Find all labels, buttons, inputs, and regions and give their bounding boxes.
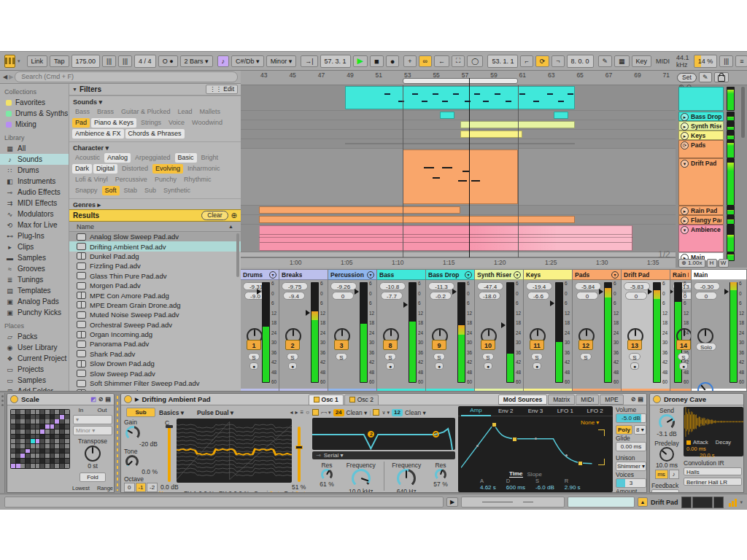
glide-value-field[interactable]: 0.00 ms [616,442,646,451]
sidebar-item-sounds[interactable]: ♪Sounds [0,154,69,165]
filter1-freq-knob[interactable] [352,469,371,488]
sidebar-item-audio-effects[interactable]: ⊸Audio Effects [0,187,69,198]
env-tab-env-2[interactable]: Env 2 [491,406,521,416]
tempo-field[interactable]: 175.00 [71,55,101,68]
result-item[interactable]: Glass Thin Pure Pad.adv [69,271,241,281]
stop-button[interactable]: ■ [370,55,384,67]
mixer-strip-drums[interactable]: Drums▾-9.31-9.060612182430364248601S● [241,270,279,392]
scale-in-menu[interactable]: ▾ [73,415,112,424]
filter2-slope-badge[interactable]: 12 [392,409,403,416]
track-lane-main-track[interactable] [241,252,676,257]
track-fold-icon[interactable]: ▸ [681,113,689,121]
peak-level-field[interactable]: -18.0 [479,292,500,300]
monitor-button[interactable]: ● [484,362,492,370]
wave-list-icon[interactable]: ≡ [300,409,303,416]
link-toggle[interactable]: Link [27,55,48,67]
nudge-up-button[interactable]: ||| [118,55,132,67]
track-activator-number[interactable]: 9 [432,340,446,350]
main-solo-button[interactable]: Solo [696,343,716,351]
name-column-header[interactable]: Name [77,223,94,230]
scale-note-grid[interactable] [10,409,70,469]
volume-value-field[interactable]: -9.26 [330,282,357,290]
fx1-value[interactable]: FX 1 0.0 % [184,490,214,493]
chain-fold-button[interactable]: ▲ [638,497,648,507]
clip-bass-drop-b[interactable] [554,112,568,119]
solo-button[interactable]: S [384,353,396,360]
result-item[interactable]: Soft Shimmer Filter Sweep Pad.adv [69,378,241,388]
sidebar-item-max-for-live[interactable]: ⟲Max for Live [0,219,69,230]
monitor-button[interactable]: ● [630,362,639,370]
device-fold-icon[interactable]: ▶ [135,397,139,402]
track-activator-number[interactable]: 11 [530,340,544,350]
volume-slider-arrow[interactable] [501,322,506,328]
character-filter-header[interactable]: Character ▾ [69,141,241,152]
browser-forward-button[interactable]: ▶ [9,74,13,80]
sidebar-item-user-library[interactable]: ◉User Library [0,342,69,353]
drift-volume-field[interactable]: -5.0 dB [616,413,646,423]
filter-tag-dark[interactable]: Dark [72,164,92,174]
clip-rain-pad[interactable] [259,206,460,214]
wave-circle-icon[interactable]: ○ [306,409,309,416]
track-header-bass-drop[interactable]: ▸Bass Drop [678,112,724,121]
attack-value[interactable]: 4.62 s [480,484,496,491]
track-activator-number[interactable]: 1 [247,340,261,350]
mixer-strip-bass-drop[interactable]: Bass Drop▾-11.3-0.260612182430364248609S… [426,270,475,392]
back-to-arrangement-button[interactable]: ← [434,55,449,67]
volume-slider-arrow[interactable] [550,300,554,306]
range-value-field[interactable]: +128 st [92,492,114,493]
filter-tag-snappy[interactable]: Snappy [72,186,101,195]
arrangement-vscrollbar[interactable] [741,87,745,138]
transport-menu[interactable]: ≡ [735,55,747,67]
lock-envelopes-icon[interactable] [714,72,729,82]
result-item[interactable]: Shark Pad.adv [69,349,241,359]
tab-mod-sources[interactable]: Mod Sources [498,394,547,405]
sidebar-item-midi-effects[interactable]: ⇉MIDI Effects [0,198,69,209]
filter-tag-guitar-plucked[interactable]: Guitar & Plucked [118,107,174,117]
sustain-value[interactable]: -6.0 dB [535,484,554,491]
mixer-strip-rain-pad[interactable]: Rain Pad-13.0606121824303642486014S● [670,270,692,392]
scale-out-menu[interactable]: Minor ▾ [73,426,112,435]
filter1-type-menu[interactable]: Clean ▾ [347,409,368,416]
filter-tag-lofi-vinyl[interactable]: Lofi & Vinyl [72,175,111,184]
arrangement-position-field[interactable]: 57. 3. 1 [320,55,351,68]
track-lane-bass-group[interactable] [241,85,676,111]
filter-tag-ambience-fx[interactable]: Ambience & FX [72,129,124,139]
volume-value-field[interactable]: -19.4 [526,282,552,290]
collection-item-mixing[interactable]: Mixing [0,119,69,130]
filter-tag-stab[interactable]: Stab [121,186,141,195]
track-lane-flangy-pad[interactable] [241,215,676,225]
volume-slider-arrow[interactable] [670,289,673,295]
fx2-value[interactable]: FX 2 0.0 % [219,490,249,493]
filter-tag-digital[interactable]: Digital [93,164,117,174]
result-item[interactable]: Slow Sweep Pad.adv [69,368,241,378]
filter1-slope-badge[interactable]: 24 [333,409,344,416]
automation-draw-icon[interactable]: ✎ [699,72,712,82]
solo-button[interactable]: S [531,353,543,360]
solo-button[interactable]: S [433,353,445,360]
lowest-value-field[interactable]: C-2 [71,492,90,493]
result-item[interactable]: Organ Incoming.adg [69,330,241,339]
track-header-rain-pad[interactable]: ▸Rain Pad [678,206,724,215]
mixer-strip-drift-pad[interactable]: Drift Pad-5.830606121824303642486013S● [622,270,670,392]
overload-indicator[interactable]: ||| [719,55,733,67]
tap-tempo-button[interactable]: Tap [50,55,69,67]
sidebar-item-punchy-kicks[interactable]: ▣Punchy Kicks [0,307,69,318]
mixer-strip-synth-riser[interactable]: Synth Riser▾-47.4-18.0606121824303642486… [475,270,524,392]
prev-wave-icon[interactable]: ◂ [290,409,293,416]
save-preset-icon[interactable]: ▤ [638,396,643,402]
osc-route-menu[interactable]: None ▾ [159,490,179,493]
sidebar-item-packs[interactable]: ▱Packs [0,331,69,342]
volume-value-field[interactable]: -5.83 [624,282,650,290]
time-signature-field[interactable]: 4 / 4 [134,55,156,68]
track-header-drift-pad[interactable]: ▾Drift Pad [678,158,724,206]
filter-tag-brass[interactable]: Brass [94,107,117,117]
track-lane-drift-pad[interactable] [241,149,676,206]
tab-midi[interactable]: MIDI [576,394,599,405]
octave--2[interactable]: -2 [147,483,158,492]
track-activator-number[interactable]: 14 [676,340,691,350]
feedback-value-field[interactable]: 0.0 % [651,489,679,493]
next-wave-icon[interactable]: ▸ [295,409,298,416]
volume-slider-arrow[interactable] [648,289,652,295]
sidebar-item-samples[interactable]: ▭Samples [0,375,69,386]
sidebar-item-projects[interactable]: ▭Projects [0,364,69,375]
